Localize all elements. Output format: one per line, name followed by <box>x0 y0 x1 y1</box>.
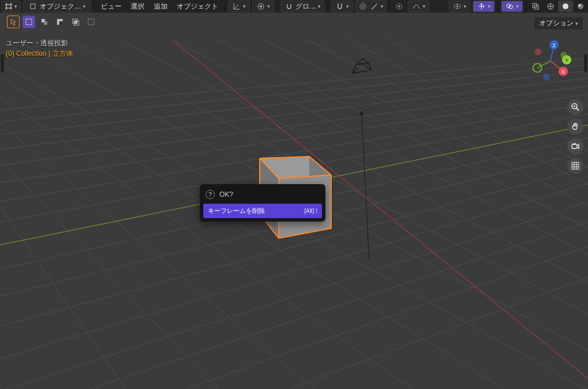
chevron-down-icon: ▾ <box>267 3 270 9</box>
menu-object[interactable]: オブジェクト <box>172 1 223 12</box>
chevron-down-icon: ▾ <box>318 3 321 9</box>
header-right: ▾ ▾ ▾ <box>447 0 588 13</box>
separator <box>328 2 328 11</box>
interaction-mode-dropdown[interactable]: オブジェク… ▾ <box>23 1 91 12</box>
svg-point-13 <box>563 3 568 9</box>
arrows-icon <box>477 2 486 11</box>
projection-label: ユーザー・透視投影 <box>6 38 73 48</box>
toolbar-drag-handle-left[interactable] <box>1 54 4 73</box>
collection-path: (0) Collection | 立方体 <box>6 48 73 59</box>
header-left: ▾ オブジェク… ▾ ビュー 選択 追加 オブジェクト ▾ ▾ <box>0 0 431 13</box>
zoom-button[interactable] <box>567 99 583 115</box>
eye-icon <box>453 2 462 11</box>
camera-view-button[interactable] <box>567 138 583 154</box>
svg-rect-89 <box>572 162 579 169</box>
svg-point-15 <box>579 5 581 7</box>
chevron-down-icon: ▾ <box>575 21 578 26</box>
select-intersect-icon[interactable] <box>69 16 82 28</box>
svg-rect-0 <box>31 4 35 9</box>
light-object[interactable] <box>352 104 371 261</box>
collection-index: (0) <box>6 49 14 58</box>
overlays-dropdown[interactable]: ▾ <box>501 1 523 12</box>
popup-shortcut: [Alt] I <box>304 208 317 214</box>
gizmo-dropdown[interactable]: ▾ <box>473 1 495 12</box>
magnet-icon <box>335 2 344 11</box>
collection-name: Collection <box>16 49 47 58</box>
falloff-dropdown[interactable]: ▾ <box>408 1 430 12</box>
chevron-down-icon: ▾ <box>83 3 86 9</box>
active-object: 立方体 <box>52 49 73 58</box>
svg-marker-67 <box>356 59 369 64</box>
chevron-down-icon: ▾ <box>243 3 246 9</box>
svg-point-8 <box>507 4 510 7</box>
snap-toggle[interactable]: ▾ <box>331 1 353 12</box>
svg-point-87 <box>573 143 575 145</box>
menu-add[interactable]: 追加 <box>149 1 172 12</box>
camera-object[interactable] <box>352 59 371 73</box>
pan-button[interactable] <box>567 119 583 135</box>
svg-rect-24 <box>88 19 94 25</box>
question-icon: ? <box>206 190 215 199</box>
chevron-down-icon: ▾ <box>423 3 426 9</box>
toolbar-drag-handle-right[interactable] <box>584 54 587 73</box>
collection-sep: | <box>48 49 50 58</box>
axis-z: Z <box>552 43 556 48</box>
svg-line-46 <box>124 41 588 306</box>
transform-orientation-icon-dropdown[interactable]: ▾ <box>228 1 250 12</box>
menu-select[interactable]: 選択 <box>126 1 149 12</box>
select-box[interactable] <box>22 16 35 28</box>
svg-line-55 <box>0 99 346 389</box>
viewport[interactable]: ユーザー・透視投影 (0) Collection | 立方体 Z Y X <box>0 13 588 389</box>
svg-line-42 <box>219 243 588 389</box>
svg-line-56 <box>0 128 242 389</box>
svg-point-4 <box>362 5 364 7</box>
axis-x: X <box>562 69 565 75</box>
viewport-side-tools <box>567 99 583 174</box>
svg-line-41 <box>127 214 588 389</box>
separator <box>526 2 526 11</box>
separator <box>94 2 94 11</box>
svg-line-57 <box>0 165 144 389</box>
mode-label: オブジェク… <box>40 2 81 12</box>
chevron-down-icon: ▾ <box>488 3 491 9</box>
select-subtract-icon[interactable] <box>54 16 66 28</box>
visibility-dropdown[interactable]: ▾ <box>449 1 471 12</box>
menu-view[interactable]: ビュー <box>96 1 126 12</box>
shading-material[interactable] <box>573 1 588 12</box>
xray-toggle[interactable] <box>528 1 543 12</box>
svg-point-1 <box>260 5 262 7</box>
orientation-icon <box>232 2 241 11</box>
svg-point-6 <box>398 5 400 7</box>
svg-point-3 <box>360 3 366 9</box>
select-tweak[interactable] <box>7 16 20 28</box>
svg-point-88 <box>575 143 576 145</box>
popup-action-label: キーフレームを削除 <box>208 207 265 215</box>
svg-point-75 <box>543 74 550 81</box>
pivot-point-dropdown[interactable]: ▾ <box>252 1 274 12</box>
select-invert-icon[interactable] <box>85 16 97 28</box>
shading-solid[interactable] <box>558 1 573 12</box>
editor-type-dropdown[interactable]: ▾ <box>1 1 21 12</box>
proportional-circle-icon[interactable] <box>392 1 407 12</box>
toggle-perspective-button[interactable] <box>567 158 583 174</box>
svg-point-14 <box>578 3 583 9</box>
snap-dropdown[interactable]: グロ… ▾ <box>280 1 325 12</box>
measure-icon <box>370 2 379 11</box>
pivot-icon <box>256 2 265 11</box>
confirm-popup: ? OK? キーフレームを削除 [Alt] I <box>200 184 325 222</box>
svg-point-9 <box>509 5 513 9</box>
navigation-gizmo[interactable]: Z Y X <box>528 38 574 84</box>
svg-line-38 <box>0 51 588 116</box>
delete-keyframe-button[interactable]: キーフレームを削除 [Alt] I <box>203 204 322 218</box>
shading-wireframe[interactable] <box>543 1 558 12</box>
proportional-edit-group[interactable]: ▾ <box>355 1 386 12</box>
separator <box>225 2 225 11</box>
options-dropdown[interactable]: オプション ▾ <box>534 17 583 30</box>
select-extend-icon[interactable] <box>38 16 51 28</box>
chevron-down-icon: ▾ <box>464 3 466 9</box>
svg-rect-23 <box>74 21 77 24</box>
svg-point-77 <box>534 48 541 55</box>
overlays-icon <box>505 2 514 11</box>
svg-rect-20 <box>59 21 63 25</box>
popup-header: ? OK? <box>203 188 322 204</box>
